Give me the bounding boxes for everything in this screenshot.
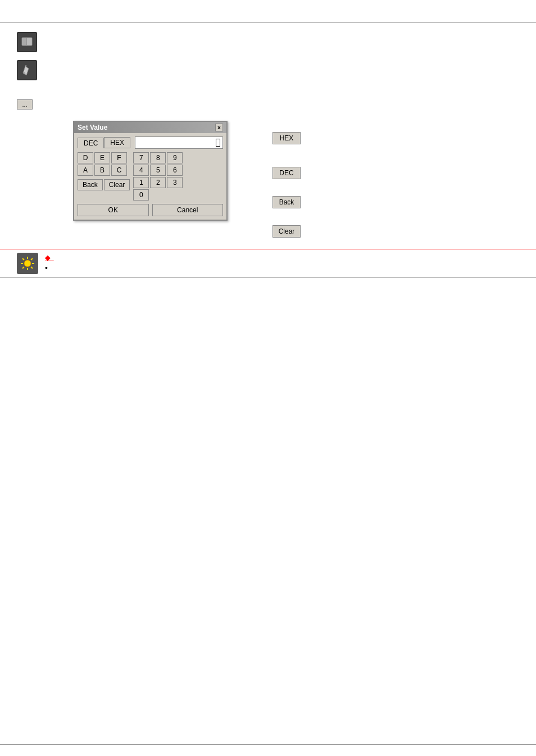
- btn-8[interactable]: 8: [150, 152, 166, 163]
- back-clear-row: Back Clear: [78, 179, 130, 190]
- btn-4[interactable]: 4: [133, 165, 149, 176]
- svg-line-14: [31, 258, 33, 260]
- main-content: Set Value × DEC HEX: [0, 115, 536, 243]
- btn-0[interactable]: 0: [133, 189, 149, 201]
- keypad-area: D E F A B C Back Clear: [78, 152, 223, 201]
- dialog-close-button[interactable]: ×: [215, 124, 223, 131]
- set-value-dialog: Set Value × DEC HEX: [73, 121, 228, 221]
- right-panel: HEX DEC Back Clear: [272, 121, 301, 238]
- svg-line-13: [31, 267, 33, 268]
- icon-row-1: [17, 32, 519, 52]
- back-button-dialog[interactable]: Back: [78, 179, 103, 190]
- num-row-789: 7 8 9: [133, 152, 183, 163]
- clear-button-dialog[interactable]: Clear: [104, 179, 130, 190]
- ok-button[interactable]: OK: [78, 204, 149, 216]
- btn-a[interactable]: A: [78, 165, 93, 176]
- btn-6[interactable]: 6: [167, 165, 183, 176]
- cancel-button[interactable]: Cancel: [152, 204, 224, 216]
- btn-d[interactable]: D: [78, 152, 93, 163]
- btn-f[interactable]: F: [111, 152, 127, 163]
- btn-7[interactable]: 7: [133, 152, 149, 163]
- dialog-title: Set Value: [78, 124, 107, 131]
- btn-2[interactable]: 2: [150, 177, 166, 188]
- pencil-icon: [17, 60, 37, 80]
- hex-column: D E F A B C Back Clear: [78, 152, 130, 201]
- svg-line-12: [22, 258, 24, 260]
- btn-5[interactable]: 5: [150, 165, 166, 176]
- svg-line-6: [25, 66, 26, 66]
- btn-e[interactable]: E: [94, 152, 110, 163]
- svg-line-15: [22, 267, 24, 268]
- note-title-text: [52, 254, 53, 262]
- back-button[interactable]: Back: [272, 196, 301, 208]
- btn-9[interactable]: 9: [167, 152, 183, 163]
- display-field: [135, 136, 223, 149]
- hex-tab[interactable]: HEX: [104, 137, 130, 148]
- btn-b[interactable]: B: [94, 165, 110, 176]
- num-row-456: 4 5 6: [133, 165, 183, 176]
- bottom-divider: [0, 744, 536, 745]
- note-bullet-1: [45, 264, 519, 272]
- book-icon: [17, 32, 37, 52]
- dec-button[interactable]: DEC: [272, 167, 301, 179]
- svg-rect-1: [22, 38, 26, 45]
- note-content: ◆: [45, 253, 519, 274]
- hex-button[interactable]: HEX: [272, 132, 301, 144]
- num-row-123: 1 2 3: [133, 177, 183, 188]
- dialog-body: DEC HEX D E F: [74, 133, 226, 220]
- num-row-0: 0: [133, 189, 183, 201]
- ok-cancel-row: OK Cancel: [78, 204, 223, 216]
- dec-tab[interactable]: DEC: [78, 138, 104, 148]
- hex-row-abc: A B C: [78, 165, 130, 176]
- tab-row: DEC HEX: [78, 136, 223, 149]
- btn-3[interactable]: 3: [167, 177, 183, 188]
- svg-rect-2: [27, 38, 31, 45]
- note-title: ◆: [45, 254, 519, 262]
- dialog-titlebar: Set Value ×: [74, 122, 226, 133]
- hex-row-def: D E F: [78, 152, 130, 163]
- note-bullets: [45, 264, 519, 272]
- icon-row-2: [17, 60, 519, 80]
- cursor-indicator: [216, 139, 220, 147]
- svg-point-7: [24, 260, 31, 267]
- bullet-marker-1: ◆: [45, 254, 50, 262]
- num-column: 7 8 9 4 5 6 1 2 3: [133, 152, 183, 201]
- note-area: ◆: [0, 249, 536, 278]
- btn-1[interactable]: 1: [133, 177, 149, 188]
- btn-c[interactable]: C: [111, 165, 127, 176]
- ellipsis-button[interactable]: ...: [17, 99, 33, 110]
- ellipsis-area: ...: [0, 99, 536, 110]
- sun-icon: [17, 253, 38, 274]
- clear-button[interactable]: Clear: [272, 225, 301, 238]
- icon-area: [0, 23, 536, 88]
